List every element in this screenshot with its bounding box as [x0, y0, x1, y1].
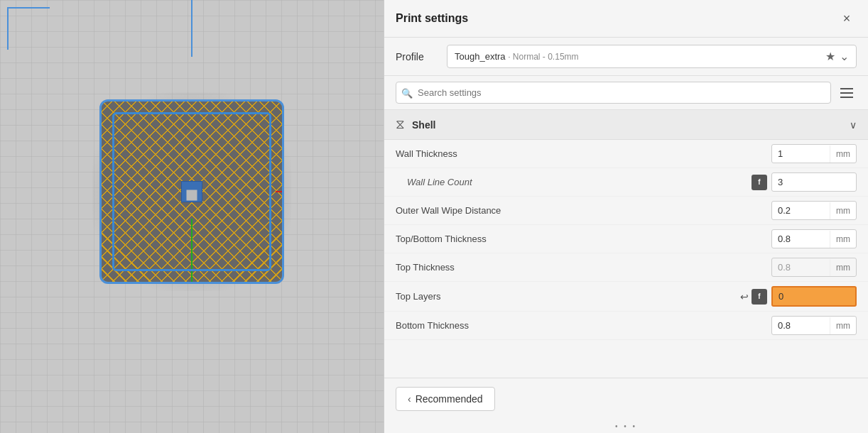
red-line: [276, 191, 284, 192]
setting-unit: mm: [830, 202, 856, 219]
setting-value: 0.2: [772, 202, 830, 219]
setting-value: 3: [772, 173, 856, 191]
setting-row: Top Layers↩f0: [384, 282, 868, 312]
panel-header: Print settings ×: [384, 0, 868, 38]
profile-selector[interactable]: Tough_extra · Normal - 0.15mm ★ ⌄: [447, 45, 857, 68]
setting-input[interactable]: 3: [771, 172, 857, 192]
setting-row: Top/Bottom Thickness0.8mm: [384, 225, 868, 253]
axis-green-vertical: [191, 219, 192, 284]
setting-unit: mm: [830, 231, 856, 248]
setting-label: Bottom Thickness: [396, 320, 771, 331]
viewport: [0, 0, 384, 433]
shell-chevron-icon: ∨: [850, 119, 857, 131]
setting-input[interactable]: 0: [771, 286, 857, 307]
setting-value: 0.8: [772, 317, 830, 334]
menu-bar-1: [840, 88, 853, 89]
search-wrapper: 🔍: [396, 82, 831, 104]
menu-bar-2: [840, 92, 853, 94]
setting-value: 1: [772, 145, 830, 163]
bottom-dots: • • •: [384, 420, 868, 433]
setting-icons: f: [752, 175, 767, 190]
close-button[interactable]: ×: [837, 9, 857, 28]
settings-content: ⧖ Shell ∨ Wall Thickness1mmWall Line Cou…: [384, 110, 868, 378]
reset-icon[interactable]: ↩: [740, 291, 749, 302]
setting-label: Wall Line Count: [396, 177, 752, 187]
corner-border-tl: [7, 7, 50, 50]
setting-unit: mm: [830, 317, 856, 334]
setting-row: Wall Line Countf3: [384, 168, 868, 197]
print-settings-panel: Print settings × Profile Tough_extra · N…: [384, 0, 868, 433]
setting-icons: ↩f: [740, 289, 767, 305]
profile-row: Profile Tough_extra · Normal - 0.15mm ★ …: [384, 38, 868, 76]
recommended-label: Recommended: [416, 393, 483, 405]
profile-label: Profile: [396, 51, 438, 62]
setting-label: Outer Wall Wipe Distance: [396, 205, 771, 216]
shell-icon: ⧖: [396, 117, 405, 132]
chevron-down-icon[interactable]: ⌄: [840, 50, 849, 63]
panel-title: Print settings: [396, 12, 468, 25]
menu-icon[interactable]: [837, 83, 857, 103]
star-icon[interactable]: ★: [825, 50, 835, 63]
shell-section-header[interactable]: ⧖ Shell ∨: [384, 110, 868, 140]
search-row: 🔍: [384, 76, 868, 110]
setting-unit: mm: [830, 259, 856, 276]
search-icon: 🔍: [401, 87, 413, 98]
chevron-left-icon: ‹: [408, 393, 411, 405]
setting-unit: mm: [830, 146, 856, 163]
fx-badge[interactable]: f: [752, 175, 767, 190]
red-indicator: [276, 187, 284, 197]
profile-icons: ★ ⌄: [825, 50, 849, 63]
setting-row: Top Thickness0.8mm: [384, 253, 868, 282]
setting-value: 0: [773, 287, 855, 305]
setting-label: Wall Thickness: [396, 148, 771, 159]
setting-input[interactable]: 0.8mm: [771, 229, 857, 248]
search-input[interactable]: [396, 82, 831, 104]
setting-input[interactable]: 0.8mm: [771, 258, 857, 277]
setting-value: 0.8: [772, 230, 830, 248]
menu-bar-3: [840, 97, 853, 98]
setting-input[interactable]: 0.8mm: [771, 316, 857, 335]
profile-name: Tough_extra: [455, 51, 506, 62]
profile-meta: · Normal - 0.15mm: [508, 52, 578, 62]
center-cube: [181, 181, 202, 202]
setting-label: Top/Bottom Thickness: [396, 234, 771, 244]
setting-value: 0.8: [772, 258, 830, 276]
setting-row: Bottom Thickness0.8mm: [384, 312, 868, 340]
setting-label: Top Layers: [396, 291, 740, 302]
setting-row: Wall Thickness1mm: [384, 140, 868, 168]
settings-rows: Wall Thickness1mmWall Line Countf3Outer …: [384, 140, 868, 340]
setting-input[interactable]: 1mm: [771, 144, 857, 163]
fx-badge[interactable]: f: [752, 289, 767, 305]
3d-object: [85, 85, 298, 298]
setting-label: Top Thickness: [396, 262, 771, 273]
shell-title: Shell: [412, 119, 842, 131]
setting-input[interactable]: 0.2mm: [771, 201, 857, 220]
panel-footer: ‹ Recommended: [384, 378, 868, 420]
object-body: [99, 99, 284, 284]
center-cube-top: [187, 190, 197, 201]
setting-row: Outer Wall Wipe Distance0.2mm: [384, 197, 868, 225]
top-axis-line: [191, 0, 192, 57]
recommended-button[interactable]: ‹ Recommended: [396, 387, 495, 411]
